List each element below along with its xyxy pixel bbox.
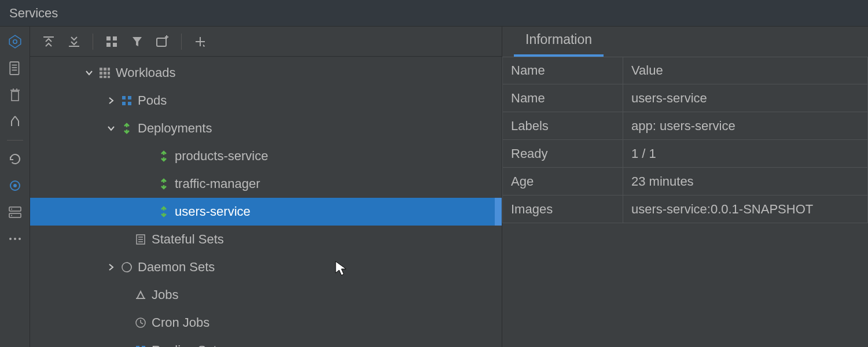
svg-rect-21 bbox=[106, 36, 111, 40]
more-icon[interactable] bbox=[6, 230, 24, 248]
tabs: Information bbox=[502, 27, 868, 57]
svg-line-52 bbox=[141, 323, 143, 324]
svg-rect-2 bbox=[10, 62, 19, 75]
row-key: Age bbox=[503, 168, 623, 195]
tree-node-stateful-sets[interactable]: Stateful Sets bbox=[30, 226, 502, 253]
deployment-icon bbox=[155, 206, 172, 217]
workloads-icon bbox=[96, 67, 113, 79]
main: Workloads Pods Deployments products-serv… bbox=[0, 27, 868, 347]
info-row-labels[interactable]: Labels app: users-service bbox=[502, 112, 868, 140]
svg-rect-6 bbox=[12, 91, 19, 101]
collapse-all-icon[interactable] bbox=[62, 31, 86, 52]
svg-point-16 bbox=[9, 238, 12, 240]
svg-point-18 bbox=[19, 238, 21, 240]
node-label: Stateful Sets bbox=[152, 232, 224, 247]
svg-rect-23 bbox=[106, 43, 111, 47]
info-row-name[interactable]: Name users-service bbox=[502, 84, 868, 112]
deployment-icon bbox=[118, 123, 135, 134]
tree-node-replica-sets[interactable]: Replica Sets bbox=[30, 337, 502, 347]
svg-rect-26 bbox=[157, 38, 166, 46]
deployment-icon bbox=[155, 178, 172, 190]
info-panel: Information Name Value Name users-servic… bbox=[502, 27, 868, 347]
expand-all-icon[interactable] bbox=[37, 31, 60, 52]
tree-node-users-service[interactable]: users-service bbox=[30, 198, 502, 226]
tree: Workloads Pods Deployments products-serv… bbox=[30, 57, 502, 347]
svg-marker-25 bbox=[133, 37, 142, 46]
tree-panel: Workloads Pods Deployments products-serv… bbox=[30, 27, 502, 347]
svg-point-17 bbox=[14, 238, 16, 240]
branch-icon[interactable] bbox=[6, 112, 24, 131]
chevron-right-icon[interactable] bbox=[104, 263, 118, 271]
file-icon[interactable] bbox=[6, 59, 24, 77]
content: Workloads Pods Deployments products-serv… bbox=[30, 27, 868, 347]
row-value: users-service:0.0.1-SNAPSHOT bbox=[623, 195, 867, 223]
tree-node-deployments[interactable]: Deployments bbox=[30, 115, 502, 142]
svg-rect-38 bbox=[104, 76, 106, 78]
toolbar-separator bbox=[181, 34, 182, 50]
sidebar bbox=[0, 27, 30, 347]
tree-node-cron-jobs[interactable]: Cron Jobs bbox=[30, 309, 502, 337]
grid-icon[interactable] bbox=[100, 31, 123, 52]
tree-node-daemon-sets[interactable]: Daemon Sets bbox=[30, 253, 502, 281]
tree-node-products-service[interactable]: products-service bbox=[30, 142, 502, 170]
info-row-images[interactable]: Images users-service:0.0.1-SNAPSHOT bbox=[502, 195, 868, 223]
server-icon[interactable] bbox=[6, 203, 24, 222]
sidebar-divider bbox=[7, 140, 23, 141]
tab-information[interactable]: Information bbox=[514, 26, 604, 57]
node-label: Daemon Sets bbox=[138, 260, 215, 275]
replicaset-icon bbox=[132, 345, 149, 347]
daemonset-icon bbox=[118, 261, 135, 273]
node-label: traffic-manager bbox=[175, 176, 260, 191]
filter-icon[interactable] bbox=[126, 31, 149, 52]
refresh-icon[interactable] bbox=[6, 150, 24, 168]
toolbar bbox=[30, 27, 502, 57]
tree-node-jobs[interactable]: Jobs bbox=[30, 281, 502, 309]
cronjobs-icon bbox=[132, 317, 149, 328]
header-value: Value bbox=[623, 57, 867, 84]
node-label: Cron Jobs bbox=[152, 315, 209, 330]
row-value: users-service bbox=[623, 84, 867, 112]
row-key: Name bbox=[503, 84, 623, 112]
node-label: Workloads bbox=[116, 65, 176, 80]
node-label: products-service bbox=[175, 149, 268, 164]
tree-node-workloads[interactable]: Workloads bbox=[30, 59, 502, 87]
info-table-header: Name Value bbox=[502, 57, 868, 84]
chevron-down-icon[interactable] bbox=[104, 124, 118, 132]
svg-rect-22 bbox=[113, 36, 117, 40]
svg-point-15 bbox=[11, 215, 12, 216]
info-table: Name Value Name users-service Labels app… bbox=[502, 57, 868, 347]
chevron-down-icon[interactable] bbox=[82, 69, 96, 77]
svg-rect-33 bbox=[108, 68, 110, 71]
svg-rect-40 bbox=[122, 96, 126, 99]
chevron-right-icon[interactable] bbox=[104, 97, 118, 105]
pods-icon bbox=[118, 95, 135, 106]
selection-marker bbox=[495, 198, 502, 226]
jobs-icon bbox=[132, 289, 149, 301]
node-label: Pods bbox=[138, 93, 167, 108]
svg-rect-36 bbox=[108, 72, 110, 75]
svg-rect-32 bbox=[104, 68, 106, 71]
statefulset-icon bbox=[132, 234, 149, 245]
svg-rect-43 bbox=[128, 102, 131, 105]
open-tab-icon[interactable] bbox=[151, 31, 174, 52]
kubernetes-icon[interactable] bbox=[6, 32, 24, 51]
node-label: users-service bbox=[175, 204, 251, 219]
tree-node-pods[interactable]: Pods bbox=[30, 87, 502, 115]
svg-rect-35 bbox=[104, 72, 106, 75]
svg-rect-41 bbox=[128, 96, 131, 99]
info-row-ready[interactable]: Ready 1 / 1 bbox=[502, 140, 868, 168]
row-value: 1 / 1 bbox=[623, 140, 867, 167]
svg-point-11 bbox=[13, 184, 17, 187]
target-icon[interactable] bbox=[6, 176, 24, 195]
row-value: 23 minutes bbox=[623, 168, 867, 195]
tree-node-traffic-manager[interactable]: traffic-manager bbox=[30, 170, 502, 198]
node-label: Jobs bbox=[152, 287, 178, 302]
trash-icon[interactable] bbox=[6, 86, 24, 104]
title-text: Services bbox=[9, 6, 58, 21]
svg-point-14 bbox=[11, 209, 12, 210]
node-label: Deployments bbox=[138, 121, 212, 136]
title-bar: Services bbox=[0, 0, 868, 27]
add-icon[interactable] bbox=[189, 31, 212, 52]
row-key: Images bbox=[503, 195, 623, 223]
info-row-age[interactable]: Age 23 minutes bbox=[502, 168, 868, 195]
